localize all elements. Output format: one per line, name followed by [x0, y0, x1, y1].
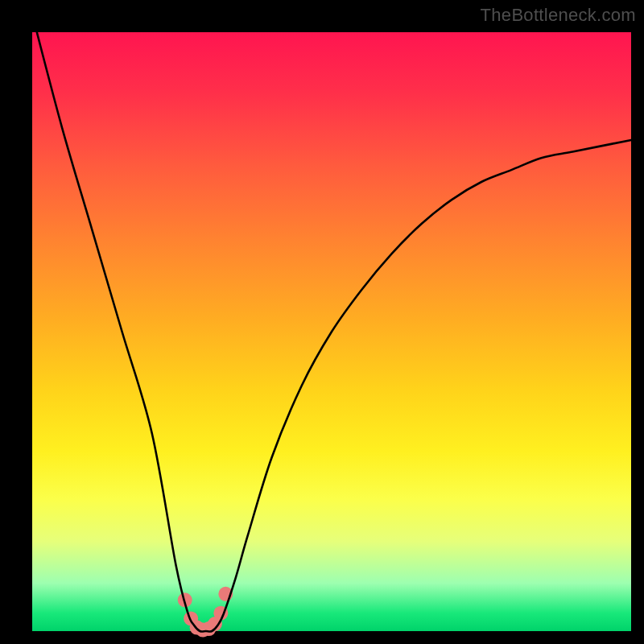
bottleneck-curve	[32, 14, 631, 632]
watermark-text: TheBottleneck.com	[481, 5, 636, 26]
chart-frame: TheBottleneck.com	[0, 0, 644, 644]
plot-area	[32, 32, 631, 631]
chart-svg	[32, 32, 631, 631]
